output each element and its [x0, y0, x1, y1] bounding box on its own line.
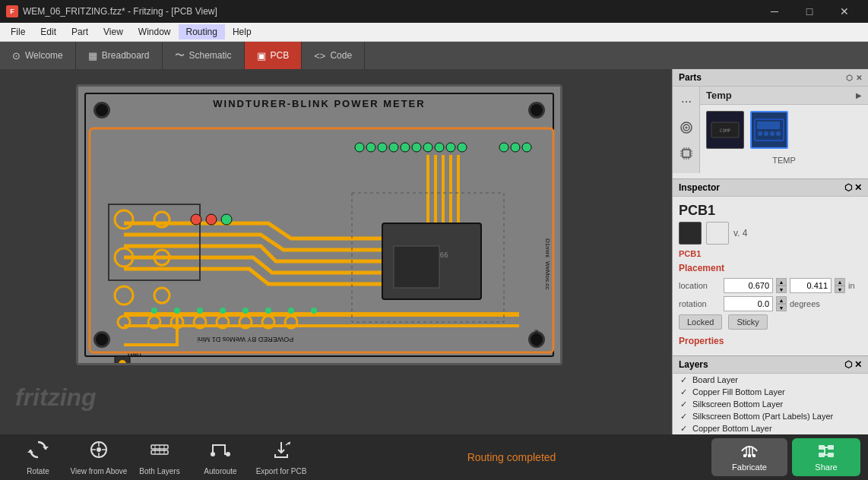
rotation-up[interactable]: ▲	[776, 296, 787, 304]
parts-antenna-icon[interactable]	[676, 117, 697, 138]
rotate-icon	[27, 439, 49, 464]
layer-item-3[interactable]: Silkscreen Bottom (Part Labels) Layer	[673, 410, 868, 422]
tab-welcome-label: Welcome	[25, 50, 63, 61]
rotation-input[interactable]	[724, 296, 773, 311]
part-preview-blue[interactable]	[750, 111, 788, 149]
svg-point-31	[265, 308, 271, 314]
view-from-above-icon	[88, 439, 109, 464]
location-x-down[interactable]: ▼	[776, 286, 787, 293]
layer-item-2[interactable]: Silkscreen Bottom Layer	[673, 398, 868, 410]
location-y-down[interactable]: ▼	[835, 286, 845, 293]
layer-label-4: Copper Bottom Layer	[692, 424, 772, 433]
menu-file[interactable]: File	[3, 24, 33, 39]
main-content: fritzing WINDTURER-BLINK POWER METER	[0, 69, 868, 434]
both-layers-button[interactable]: Both Layers	[129, 436, 190, 478]
pcb-ref: PCB1	[679, 249, 862, 258]
fabricate-button[interactable]: Fabricate	[711, 438, 787, 476]
inspector-popout[interactable]: ⬡	[844, 182, 852, 193]
export-pcb-icon	[271, 439, 292, 464]
export-pcb-button[interactable]: Export for PCB	[251, 436, 312, 478]
svg-text:WeMos.cc: WeMos.cc	[544, 261, 551, 289]
svg-point-34	[191, 214, 201, 225]
menu-view[interactable]: View	[96, 24, 131, 39]
pcb-color-light[interactable]	[706, 222, 729, 245]
autoroute-button[interactable]: Autoroute	[190, 436, 251, 478]
pcb-canvas[interactable]: fritzing WINDTURER-BLINK POWER METER	[0, 69, 672, 434]
layers-popout[interactable]: ⬡	[844, 359, 852, 370]
location-label: location	[679, 281, 721, 290]
sticky-button[interactable]: Sticky	[728, 314, 767, 330]
menubar: File Edit Part View Window Routing Help	[0, 23, 868, 42]
svg-rect-97	[819, 453, 825, 457]
menu-help[interactable]: Help	[225, 24, 259, 39]
tab-welcome[interactable]: ⊙ Welcome	[0, 42, 76, 69]
parts-section-expand[interactable]: ▶	[856, 91, 862, 99]
menu-window[interactable]: Window	[131, 24, 179, 39]
inspector-panel-title: Inspector	[679, 182, 720, 193]
svg-rect-95	[819, 445, 825, 450]
layers-title: Layers	[679, 359, 708, 370]
location-y-input[interactable]	[790, 278, 832, 293]
minimize-button[interactable]: ─	[757, 0, 792, 23]
schematic-icon: 〜	[175, 49, 185, 62]
tab-pcb[interactable]: ▣ PCB	[245, 42, 303, 69]
layer-checkbox-4[interactable]	[679, 424, 688, 433]
rotation-down[interactable]: ▼	[776, 304, 787, 311]
menu-part[interactable]: Part	[64, 24, 96, 39]
parts-chip-icon[interactable]	[676, 143, 697, 164]
svg-point-39	[115, 286, 133, 305]
svg-point-89	[226, 452, 230, 456]
inspector-panel: Inspector ⬡ ✕ PCB1 v. 4 PCB1 Placement	[673, 179, 868, 434]
close-button[interactable]: ✕	[827, 0, 862, 23]
svg-point-73	[770, 131, 775, 136]
share-button[interactable]: Share	[792, 438, 860, 476]
svg-point-7	[378, 143, 387, 152]
inspector-close[interactable]: ✕	[854, 182, 862, 193]
layer-checkbox-2[interactable]	[679, 399, 688, 409]
fabricate-label: Fabricate	[732, 463, 767, 472]
parts-panel-popout[interactable]: ⬡	[846, 74, 853, 82]
part-preview-dark[interactable]: COMP	[706, 111, 744, 149]
svg-rect-92	[743, 454, 746, 457]
layer-checkbox-0[interactable]	[679, 375, 688, 384]
tab-code-label: Code	[330, 50, 352, 61]
layer-checkbox-1[interactable]	[679, 387, 688, 396]
parts-panel-header: Parts ⬡ ✕	[673, 69, 868, 87]
menu-routing[interactable]: Routing	[179, 24, 225, 39]
tab-code[interactable]: <> Code	[302, 42, 365, 69]
location-x-input[interactable]	[724, 278, 773, 293]
location-x-up[interactable]: ▲	[776, 278, 787, 286]
right-panel: Parts ⬡ ✕ ⋯	[672, 69, 868, 434]
pcb-color-dark[interactable]	[679, 222, 702, 245]
layer-item-0[interactable]: Board Layer	[673, 374, 868, 386]
parts-panel-controls: ⬡ ✕	[846, 74, 862, 82]
layer-checkbox-3[interactable]	[679, 412, 688, 421]
layers-controls: ⬡ ✕	[844, 359, 862, 370]
autoroute-icon	[210, 439, 231, 464]
menu-edit[interactable]: Edit	[33, 24, 64, 39]
svg-point-12	[435, 143, 444, 152]
inspector-controls: ⬡ ✕	[844, 182, 862, 193]
inspector-content: PCB1 v. 4 PCB1 Placement location ▲ ▼	[673, 197, 868, 355]
svg-point-37	[115, 210, 133, 229]
location-y-up[interactable]: ▲	[835, 278, 845, 286]
layers-close[interactable]: ✕	[854, 359, 862, 370]
tab-schematic[interactable]: 〜 Schematic	[163, 42, 245, 69]
pcb-version-row: v. 4	[679, 222, 862, 245]
maximize-button[interactable]: □	[792, 0, 827, 23]
svg-rect-94	[752, 454, 756, 457]
tab-breadboard[interactable]: ▦ Breadboard	[76, 42, 163, 69]
locked-button[interactable]: Locked	[679, 314, 722, 330]
parts-panel-close[interactable]: ✕	[856, 74, 862, 82]
svg-point-36	[221, 214, 232, 225]
view-from-above-button[interactable]: View from Above	[68, 436, 129, 478]
svg-point-13	[446, 143, 455, 152]
export-pcb-label: Export for PCB	[256, 467, 307, 475]
svg-point-16	[511, 143, 520, 152]
pcb-board[interactable]: WINDTURER-BLINK POWER METER	[76, 84, 562, 365]
layer-item-1[interactable]: Copper Fill Bottom Layer	[673, 386, 868, 398]
svg-rect-54	[683, 150, 690, 157]
layer-item-4[interactable]: Copper Bottom Layer	[673, 422, 868, 434]
rotate-button[interactable]: Rotate	[8, 436, 68, 478]
parts-search-icon[interactable]: ⋯	[676, 91, 697, 112]
